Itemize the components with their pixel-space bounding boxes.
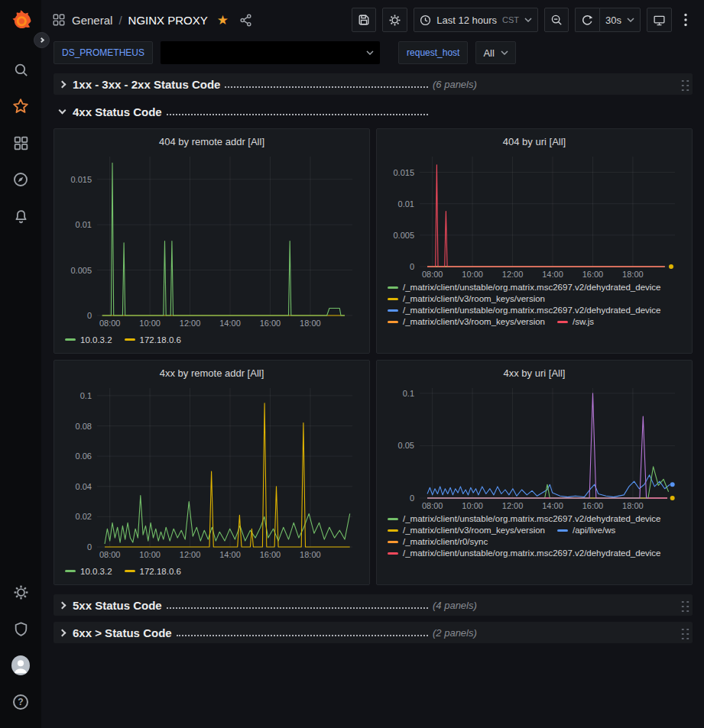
grafana-app: ? General / NGINX PROXY ★ [0, 0, 704, 728]
time-range-picker[interactable]: Last 12 hours CST [414, 8, 538, 32]
legend-label: 10.0.3.2 [80, 567, 112, 576]
row-drag-handle-icon[interactable] [680, 77, 689, 91]
svg-text:10:00: 10:00 [139, 550, 161, 559]
row-drag-handle-icon[interactable] [680, 626, 689, 639]
svg-text:0.08: 0.08 [76, 422, 92, 431]
host-variable-select[interactable] [161, 41, 380, 64]
legend-item[interactable]: /sw.js [557, 317, 594, 326]
starred-dashboards-icon[interactable] [11, 97, 30, 115]
zoom-out-button[interactable] [544, 8, 569, 32]
chart-canvas[interactable]: 08:0010:0012:0014:0016:0018:0000.050.1 [384, 382, 684, 512]
chart-canvas[interactable]: 08:0010:0012:0014:0016:0018:0000.0050.01… [62, 150, 362, 329]
panel-title[interactable]: 404 by remote addr [All] [62, 133, 362, 150]
legend-item[interactable]: 10.0.3.2 [65, 563, 112, 579]
legend-item[interactable]: 10.0.3.2 [65, 332, 112, 348]
refresh-interval-value: 30s [605, 15, 621, 26]
legend-item[interactable]: 172.18.0.6 [125, 563, 181, 579]
chart-canvas[interactable]: 08:0010:0012:0014:0016:0018:0000.0050.01… [384, 150, 684, 280]
row-leader-dots [177, 635, 428, 636]
panel-4xx-by-remote-addr: 4xx by remote addr [All] 08:0010:0012:00… [54, 360, 370, 585]
row-title: 4xx Status Code [73, 105, 162, 118]
legend-item[interactable]: /_matrix/client/v3/room_keys/version [388, 317, 545, 326]
legend-label: /_matrix/client/r0/sync [403, 537, 488, 546]
legend-item[interactable]: /_matrix/client/unstable/org.matrix.msc2… [388, 306, 661, 315]
svg-text:0.015: 0.015 [70, 175, 92, 184]
svg-text:0.04: 0.04 [76, 482, 92, 491]
svg-text:12:00: 12:00 [180, 319, 201, 328]
request-host-label[interactable]: request_host [398, 41, 468, 64]
svg-text:0.1: 0.1 [80, 391, 92, 400]
legend-swatch [388, 309, 398, 312]
row-title: 6xx > Status Code [73, 626, 172, 639]
dashboard-title[interactable]: NGINX PROXY [128, 14, 208, 27]
dashboards-icon[interactable] [11, 134, 30, 152]
svg-text:16:00: 16:00 [260, 319, 281, 328]
share-icon[interactable] [239, 14, 252, 27]
chevron-down-icon [59, 107, 67, 115]
panels-grid: 404 by remote addr [All] 08:0010:0012:00… [54, 128, 693, 585]
legend-label: /_matrix/client/unstable/org.matrix.msc2… [403, 283, 661, 292]
panel-404-by-uri: 404 by uri [All] 08:0010:0012:0014:0016:… [376, 128, 693, 354]
legend-item[interactable]: /_matrix/client/v3/room_keys/version [388, 526, 545, 535]
row-6xx[interactable]: 6xx > Status Code (2 panels) [54, 622, 693, 643]
datasource-variable-label[interactable]: DS_PROMETHEUS [54, 41, 153, 64]
legend-item[interactable]: /_matrix/client/unstable/org.matrix.msc2… [388, 548, 661, 558]
row-1xx-3xx-2xx[interactable]: 1xx - 3xx - 2xx Status Code (6 panels) [54, 73, 693, 95]
legend-swatch [557, 321, 568, 323]
legend-item[interactable]: /api/live/ws [557, 526, 615, 535]
legend-swatch [388, 518, 398, 520]
configuration-gear-icon[interactable] [11, 583, 30, 601]
legend-swatch [388, 286, 398, 289]
breadcrumb-section[interactable]: General [72, 14, 112, 27]
user-avatar[interactable] [11, 656, 30, 675]
panel-legend: /_matrix/client/unstable/org.matrix.msc2… [384, 512, 684, 579]
chart-canvas[interactable]: 08:0010:0012:0014:0016:0018:0000.020.040… [62, 382, 362, 561]
legend-item[interactable]: /_matrix/client/r0/sync [388, 537, 488, 546]
search-icon[interactable] [11, 60, 30, 79]
refresh-group: 30s [575, 8, 641, 32]
sidebar-expand-button[interactable] [34, 32, 50, 48]
time-range-label: Last 12 hours [436, 15, 497, 26]
request-host-value: All [483, 47, 494, 59]
variables-bar: DS_PROMETHEUS request_host All [41, 40, 704, 70]
svg-text:0.02: 0.02 [76, 512, 92, 521]
svg-text:08:00: 08:00 [422, 501, 443, 510]
server-admin-shield-icon[interactable] [11, 620, 30, 638]
row-drag-handle-icon[interactable] [680, 598, 689, 612]
row-4xx[interactable]: 4xx Status Code [54, 101, 693, 122]
favorite-star-icon[interactable]: ★ [217, 12, 229, 28]
save-dashboard-button[interactable] [352, 8, 376, 32]
panel-title[interactable]: 4xx by remote addr [All] [62, 364, 362, 382]
refresh-interval-select[interactable]: 30s [599, 8, 641, 32]
alerting-bell-icon[interactable] [11, 207, 30, 225]
legend-item[interactable]: /_matrix/client/unstable/org.matrix.msc2… [388, 514, 661, 523]
svg-text:0: 0 [87, 311, 92, 320]
apps-grid-icon[interactable] [52, 13, 66, 27]
kebab-menu-icon[interactable] [678, 8, 693, 32]
help-icon[interactable]: ? [11, 693, 30, 711]
tv-mode-button[interactable] [647, 8, 672, 32]
panel-title[interactable]: 404 by uri [All] [384, 133, 684, 150]
explore-compass-icon[interactable] [11, 170, 30, 189]
svg-text:0.05: 0.05 [398, 441, 414, 450]
breadcrumb: General / NGINX PROXY ★ [52, 12, 252, 28]
svg-text:0.1: 0.1 [403, 389, 414, 398]
request-host-select[interactable]: All [475, 41, 515, 64]
legend-swatch [65, 570, 76, 572]
dashboard-topbar: General / NGINX PROXY ★ Last 12 hours CS… [41, 0, 704, 40]
svg-text:12:00: 12:00 [502, 501, 524, 510]
legend-item[interactable]: /_matrix/client/unstable/org.matrix.msc2… [388, 283, 661, 292]
legend-item[interactable]: 172.18.0.6 [125, 332, 181, 348]
legend-item[interactable]: /_matrix/client/v3/room_keys/version [388, 294, 545, 303]
dashboard-settings-button[interactable] [382, 8, 407, 32]
svg-text:16:00: 16:00 [582, 270, 604, 279]
panel-title[interactable]: 4xx by uri [All] [384, 364, 684, 382]
refresh-button[interactable] [575, 8, 599, 32]
chevron-right-icon [59, 601, 67, 609]
legend-swatch [125, 570, 135, 572]
grafana-logo-icon[interactable] [7, 7, 34, 34]
row-5xx[interactable]: 5xx Status Code (4 panels) [54, 594, 693, 616]
chevron-down-icon [366, 50, 374, 55]
svg-text:0: 0 [87, 542, 92, 552]
chevron-right-icon [59, 629, 67, 636]
